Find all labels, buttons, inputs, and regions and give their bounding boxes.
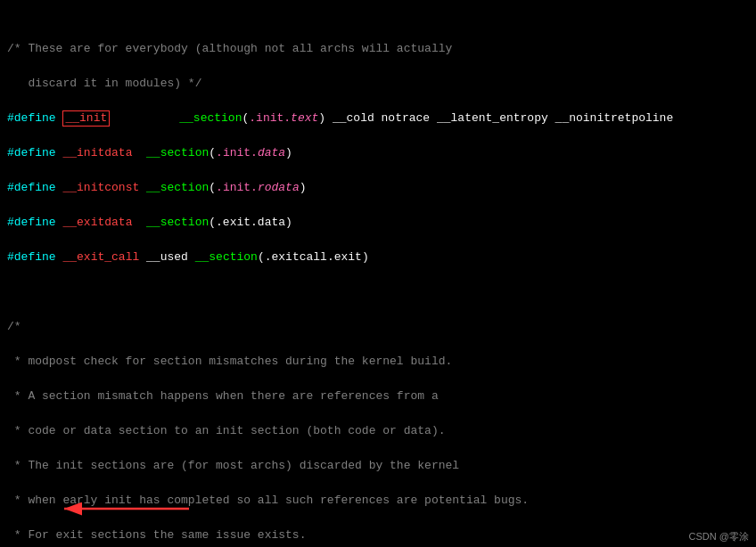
line-8: [7, 283, 749, 301]
comment-2: discard it in modules) */: [7, 77, 201, 90]
section-fn: __section: [179, 111, 242, 125]
code-editor: /* These are for everybody (although not…: [0, 0, 756, 547]
arrow-svg: [55, 495, 198, 522]
init-macro-box: __init: [62, 110, 110, 127]
comment-1: /* These are for everybody (although not…: [7, 42, 452, 55]
line-6: #define __exitdata __section(.exit.data): [7, 214, 749, 232]
line-1: /* These are for everybody (although not…: [7, 40, 749, 58]
line-15: * For exit sections the same issue exist…: [7, 527, 749, 544]
line-7: #define __exit_call __used __section(.ex…: [7, 249, 749, 266]
watermark: CSDN @零涂: [689, 530, 749, 543]
line-2: discard it in modules) */: [7, 75, 749, 93]
line-12: * code or data section to an init sectio…: [7, 422, 749, 440]
line-9: /*: [7, 318, 749, 336]
line-10: * modpost check for section mismatches d…: [7, 353, 749, 371]
arrow-annotation: [55, 495, 198, 526]
line-11: * A section mismatch happens when there …: [7, 388, 749, 405]
line-13: * The init sections are (for most archs)…: [7, 457, 749, 475]
line-5: #define __initconst __section(.init.roda…: [7, 179, 749, 197]
line-3: #define __init __section(.init.text) __c…: [7, 110, 749, 127]
line-4: #define __initdata __section(.init.data): [7, 144, 749, 162]
